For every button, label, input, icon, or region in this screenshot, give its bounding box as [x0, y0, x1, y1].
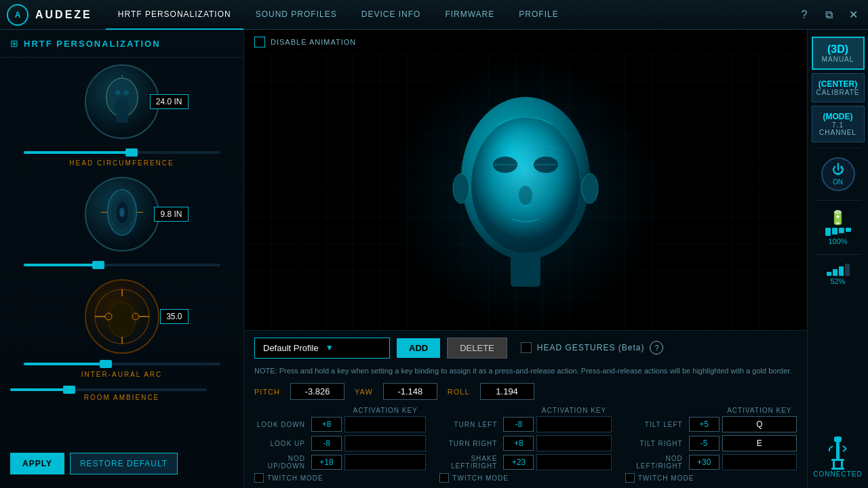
svg-point-28	[453, 174, 469, 203]
nav-sound-profiles[interactable]: SOUND PROFILES	[243, 0, 349, 30]
pitch-label: PITCH	[254, 388, 280, 396]
ear-slider[interactable]	[24, 264, 220, 266]
btn-center-sublabel: CALIBRATE	[816, 89, 861, 96]
nod-updown-value: +18	[311, 455, 342, 470]
help-icon[interactable]: ?	[796, 7, 812, 23]
inter-aural-visual: 35.0	[85, 279, 159, 354]
nav-device-info[interactable]: DEVICE INFO	[349, 0, 433, 30]
nav-hrtf[interactable]: HRTF PERSONALIZATION	[106, 0, 243, 30]
nod-updown-key[interactable]	[344, 454, 426, 470]
tilt-right-label: TILT RIGHT	[625, 440, 686, 447]
window-icon[interactable]: ⧉	[821, 7, 837, 23]
ear-visual: 9.8 IN	[85, 177, 159, 251]
profile-select[interactable]: Default Profile ▼	[254, 338, 390, 359]
turn-right-value: +8	[503, 436, 534, 451]
twitch-label-2: TWITCH MODE	[452, 474, 509, 482]
svg-point-3	[115, 90, 120, 95]
head-gestures-checkbox[interactable]	[521, 342, 532, 353]
gesture-col-1: ACTIVATION KEY LOOK DOWN +8 LOOK UP -8 N…	[254, 407, 426, 483]
btn-mode[interactable]: (MODE) 7.1 CHANNEL	[812, 106, 865, 142]
divider-1	[814, 148, 862, 148]
svg-rect-5	[116, 114, 128, 123]
battery-bar-3	[839, 228, 844, 233]
yaw-value: -1.148	[383, 383, 437, 400]
delete-button[interactable]: DELETE	[447, 338, 507, 359]
turn-left-label: TURN LEFT	[439, 421, 500, 428]
room-ambience-slider[interactable]	[10, 388, 207, 391]
twitch-label-1: TWITCH MODE	[267, 474, 323, 482]
svg-rect-32	[836, 442, 840, 459]
apply-button[interactable]: APPLY	[10, 453, 64, 474]
disable-animation-control[interactable]: DISABLE ANIMATION	[254, 37, 356, 47]
add-button[interactable]: ADD	[397, 338, 440, 358]
power-button[interactable]: ⏻ ON	[821, 157, 855, 191]
head-3d-model	[437, 83, 614, 300]
twitch-checkbox-2[interactable]	[439, 473, 449, 483]
sig-bar-2	[833, 269, 837, 276]
inter-aural-label: INTER-AURAL ARC	[81, 371, 163, 378]
signal-bars	[827, 264, 850, 276]
usb-icon	[826, 436, 850, 470]
twitch-mode-2: TWITCH MODE	[439, 473, 611, 483]
turn-left-value: -8	[503, 417, 534, 432]
shake-leftright-row: SHAKE LEFT/RIGHT +23	[439, 454, 611, 470]
top-nav: A AUDEZE HRTF PERSONALIZATION SOUND PROF…	[0, 0, 868, 30]
pitch-value: -3.826	[290, 383, 344, 400]
gesture-grid: ACTIVATION KEY LOOK DOWN +8 LOOK UP -8 N…	[254, 407, 797, 483]
room-ambience-section: ROOM AMBIENCE	[0, 382, 243, 401]
restore-default-button[interactable]: RESTORE DEFAULT	[70, 453, 178, 474]
nav-firmware[interactable]: FIRMWARE	[433, 0, 507, 30]
head-gestures-help-icon[interactable]: ?	[650, 341, 663, 354]
shake-leftright-key[interactable]	[536, 454, 611, 470]
btn-center[interactable]: (CENTER) CALIBRATE	[812, 73, 865, 102]
nod-updown-row: NOD UP/DOWN +18	[254, 454, 426, 470]
inter-aural-slider[interactable]	[24, 363, 220, 365]
connected-area: CONNECTED	[813, 436, 862, 481]
activation-key-header-1: ACTIVATION KEY	[344, 407, 426, 414]
ear-section: 9.8 IN	[0, 170, 243, 272]
btn-mode-label: (MODE)	[816, 112, 861, 121]
panel-header: ⊞ HRTF PERSONALIZATION	[0, 30, 243, 58]
btn-3d-sublabel: MANUAL	[816, 56, 860, 63]
head-circumference-slider[interactable]	[24, 151, 220, 154]
battery-percent: 100%	[828, 237, 847, 245]
btn-3d-label: (3D)	[816, 43, 860, 56]
head-circumference-section: 24.0 IN HEAD CIRCUMFERENCE	[0, 58, 243, 170]
audeze-logo-icon: A	[7, 4, 28, 26]
close-icon[interactable]: ✕	[845, 7, 861, 23]
battery-bar-4	[846, 228, 851, 232]
btn-3d[interactable]: (3D) MANUAL	[812, 37, 865, 70]
signal-percent: 52%	[830, 277, 845, 285]
twitch-checkbox-3[interactable]	[625, 473, 635, 483]
panel-title: HRTF PERSONALIZATION	[24, 39, 161, 49]
turn-right-key[interactable]	[536, 435, 611, 451]
twitch-checkbox-1[interactable]	[254, 473, 264, 483]
tilt-left-label: TILT LEFT	[625, 421, 686, 428]
svg-rect-31	[834, 436, 842, 442]
battery-bar-2	[832, 228, 837, 235]
tilt-right-key[interactable]: E	[722, 435, 797, 451]
battery-bars	[825, 228, 851, 236]
nav-profile[interactable]: PROFILE	[507, 0, 570, 30]
nod-updown-label: NOD UP/DOWN	[254, 455, 309, 470]
svg-point-22	[471, 117, 580, 253]
bottom-controls: Default Profile ▼ ADD DELETE HEAD GESTUR…	[244, 330, 807, 489]
look-down-key[interactable]	[344, 416, 426, 432]
disable-animation-checkbox[interactable]	[254, 37, 265, 47]
tilt-left-key[interactable]: Q	[722, 416, 797, 432]
svg-point-16	[132, 313, 139, 320]
twitch-label-3: TWITCH MODE	[638, 474, 694, 482]
activation-key-label-1	[311, 407, 342, 414]
turn-left-key[interactable]	[536, 416, 611, 432]
svg-rect-30	[511, 253, 540, 287]
svg-point-10	[119, 207, 124, 217]
gesture-col-3-header: ACTIVATION KEY	[625, 407, 797, 414]
look-up-key[interactable]	[344, 435, 426, 451]
divider-2	[814, 200, 862, 201]
gesture-col-2-header: ACTIVATION KEY	[439, 407, 611, 414]
disable-animation-label: DISABLE ANIMATION	[271, 38, 356, 46]
activation-key-header-3: ACTIVATION KEY	[722, 407, 797, 414]
tilt-left-row: TILT LEFT +5 Q	[625, 416, 797, 432]
look-down-label: LOOK DOWN	[254, 421, 309, 428]
nod-leftright-key[interactable]	[722, 454, 797, 470]
